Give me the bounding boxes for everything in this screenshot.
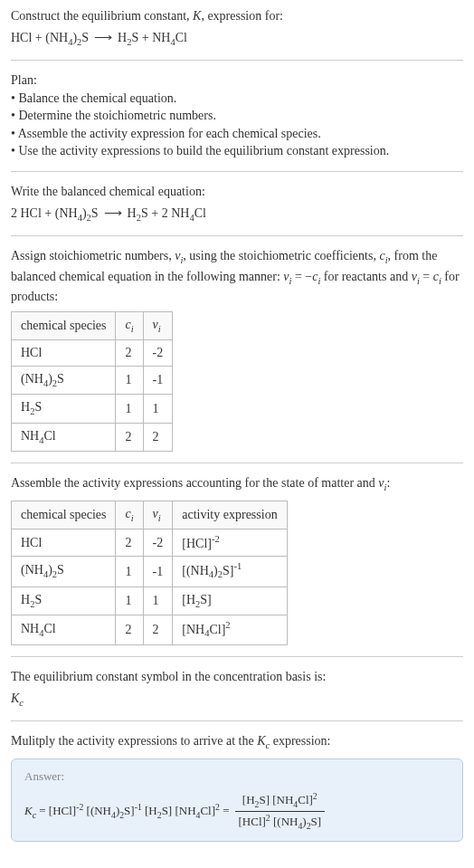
divider [11,656,463,657]
cell-nui: 2 [143,423,173,451]
intro-line1: Construct the equilibrium constant, [11,9,193,23]
multiply-section: Mulitply the activity expressions to arr… [11,732,463,842]
cell-nui: -2 [143,529,173,557]
cell-activity: [HCl]-2 [173,529,287,557]
table-row: (NH4)2S 1 -1 [(NH4)2S]-1 [12,557,288,587]
table-header-row: chemical species ci νi [12,311,173,339]
answer-expression: Kc = [HCl]-2 [(NH4)2S]-1 [H2S] [NH4Cl]2 … [24,790,450,832]
cell-ci: 1 [116,557,143,587]
answer-fraction: [H2S] [NH4Cl]2 [HCl]2 [(NH4)2S] [235,790,326,832]
col-nui: νi [143,311,173,339]
cell-activity: [(NH4)2S]-1 [173,557,287,587]
plan-item: Use the activity expressions to build th… [11,142,463,160]
cell-nui: -1 [143,557,173,587]
balanced-heading: Write the balanced chemical equation: [11,183,463,201]
col-ci: ci [116,501,143,529]
intro-text: Construct the equilibrium constant, K, e… [11,7,463,25]
intro-line1b: , expression for: [201,9,283,23]
plan-section: Plan: Balance the chemical equation. Det… [11,72,463,160]
plan-item: Balance the chemical equation. [11,90,463,108]
divider [11,463,463,463]
cell-activity: [NH4Cl]2 [173,615,287,645]
assign-section: Assign stoichiometric numbers, νi, using… [11,247,463,452]
cell-ci: 2 [116,615,143,645]
assign-text: Assign stoichiometric numbers, νi, using… [11,247,463,306]
plan-heading: Plan: [11,72,463,90]
table-header-row: chemical species ci νi activity expressi… [12,501,288,529]
cell-species: HCl [12,529,116,557]
cell-species: (NH4)2S [12,557,116,587]
intro-k: K [193,9,201,23]
cell-ci: 1 [116,395,143,423]
stoich-table: chemical species ci νi HCl 2 -2 (NH4)2S … [11,311,173,453]
assemble-section: Assemble the activity expressions accoun… [11,474,463,645]
cell-species: H2S [12,587,116,615]
activity-table: chemical species ci νi activity expressi… [11,501,288,646]
divider [11,235,463,236]
cell-species: NH4Cl [12,423,116,451]
col-ci: ci [116,311,143,339]
table-row: HCl 2 -2 [HCl]-2 [12,529,288,557]
divider [11,60,463,61]
table-row: H2S 1 1 [H2S] [12,587,288,615]
table-row: NH4Cl 2 2 [12,423,173,451]
cell-activity: [H2S] [173,587,287,615]
answer-box: Answer: Kc = [HCl]-2 [(NH4)2S]-1 [H2S] [… [11,758,463,842]
cell-nui: -1 [143,366,173,394]
cell-ci: 1 [116,587,143,615]
plan-item: Determine the stoichiometric numbers. [11,107,463,125]
cell-nui: 2 [143,615,173,645]
plan-item: Assemble the activity expression for eac… [11,125,463,143]
plan-list: Balance the chemical equation. Determine… [11,90,463,160]
divider [11,720,463,721]
col-species: chemical species [12,501,116,529]
cell-ci: 2 [116,529,143,557]
table-row: H2S 1 1 [12,395,173,423]
answer-lhs: Kc = [HCl]-2 [(NH4)2S]-1 [H2S] [NH4Cl]2 … [24,801,230,822]
intro-equation: HCl + (NH4)2S⟶H2S + NH4Cl [11,29,463,49]
cell-ci: 2 [116,423,143,451]
fraction-denominator: [HCl]2 [(NH4)2S] [235,812,326,833]
col-nui: νi [143,501,173,529]
cell-ci: 1 [116,366,143,394]
cell-species: NH4Cl [12,615,116,645]
fraction-numerator: [H2S] [NH4Cl]2 [235,790,326,812]
balanced-section: Write the balanced chemical equation: 2 … [11,183,463,224]
cell-nui: 1 [143,395,173,423]
intro-section: Construct the equilibrium constant, K, e… [11,7,463,49]
multiply-text: Mulitply the activity expressions to arr… [11,732,463,752]
eqconst-symbol: Kc [11,690,463,710]
assemble-text: Assemble the activity expressions accoun… [11,474,463,494]
cell-species: HCl [12,340,116,367]
cell-ci: 2 [116,340,143,367]
eqconst-text: The equilibrium constant symbol in the c… [11,668,463,686]
col-species: chemical species [12,311,116,339]
answer-label: Answer: [24,768,450,785]
cell-species: H2S [12,395,116,423]
divider [11,171,463,172]
cell-nui: 1 [143,587,173,615]
table-row: (NH4)2S 1 -1 [12,366,173,394]
eqconst-section: The equilibrium constant symbol in the c… [11,668,463,710]
cell-nui: -2 [143,340,173,367]
table-row: HCl 2 -2 [12,340,173,367]
col-activity: activity expression [173,501,287,529]
balanced-equation: 2 HCl + (NH4)2S⟶H2S + 2 NH4Cl [11,205,463,224]
table-row: NH4Cl 2 2 [NH4Cl]2 [12,615,288,645]
cell-species: (NH4)2S [12,366,116,394]
